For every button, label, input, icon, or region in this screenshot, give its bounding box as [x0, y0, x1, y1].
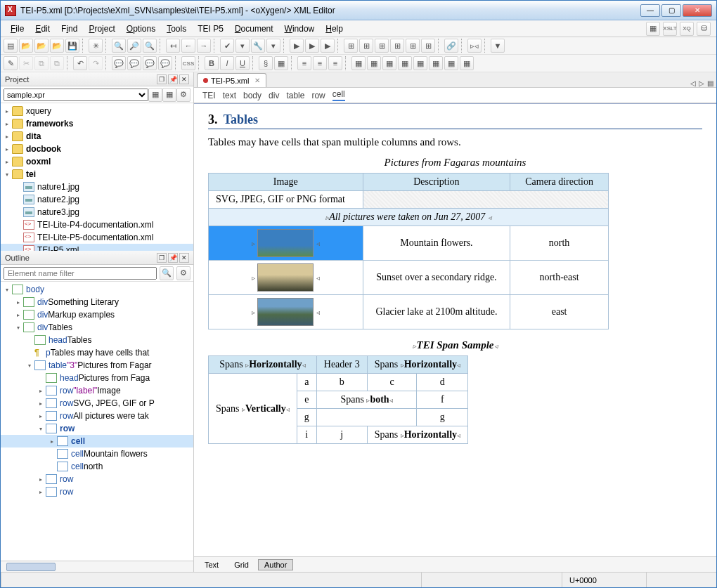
cell-g1[interactable]: g [297, 409, 316, 426]
refresh-icon[interactable]: ⊞ [421, 39, 435, 53]
project-item[interactable]: TEI-Lite-P4-documentation.xml [1, 218, 193, 231]
maximize-button[interactable]: ▢ [661, 4, 681, 17]
project-item[interactable]: nature2.jpg [1, 193, 193, 206]
new-file-icon[interactable]: ▤ [4, 39, 18, 53]
table-row[interactable]: ▹ ◃Mountain flowers.north [209, 226, 609, 261]
outline-item[interactable]: head Tables [1, 334, 193, 346]
outline-item[interactable]: ▸row [1, 485, 193, 498]
cell-desc[interactable]: Sunset over a secondary ridge. [363, 261, 510, 295]
outline-close-icon[interactable]: ✕ [179, 253, 189, 263]
comment-icon[interactable]: 💬 [112, 56, 126, 70]
table-props-icon[interactable]: ▦ [460, 56, 474, 70]
th-dir[interactable]: Camera direction [510, 174, 609, 191]
xslt-icon[interactable]: XSLT [663, 22, 677, 36]
validate-menu-icon[interactable]: ▾ [235, 39, 250, 53]
outline-item[interactable]: cell Mountain flowers [1, 447, 193, 460]
comment4-icon[interactable]: 💬 [158, 56, 172, 70]
cell-f[interactable]: f [417, 391, 468, 409]
cell-d[interactable]: d [417, 374, 468, 391]
table-row[interactable]: ▹ ◃Sunset over a secondary ridge.north-e… [209, 261, 609, 295]
cell-e[interactable]: e [297, 391, 316, 409]
cell-dir[interactable]: east [510, 295, 609, 329]
tree-icon-2[interactable]: ⊞ [375, 39, 389, 53]
th-desc[interactable]: Description [363, 174, 510, 191]
copy-icon[interactable]: ⧉ [34, 56, 49, 70]
debug-icon[interactable]: ▶ [305, 39, 319, 53]
menu-teip5[interactable]: TEI P5 [193, 22, 228, 35]
tab-next-icon[interactable]: ▷ [699, 79, 704, 87]
xq-icon[interactable]: XQ [680, 22, 694, 36]
css-icon[interactable]: CSS [181, 56, 195, 70]
cell-note[interactable]: ▹All pictures were taken on Jun 27, 2007… [209, 209, 609, 226]
paste-icon[interactable]: ⧉ [50, 56, 64, 70]
open-recent-icon[interactable]: 📂 [50, 39, 64, 53]
menu-document[interactable]: Document [231, 22, 278, 35]
panel-close-icon[interactable]: ✕ [179, 74, 189, 84]
outline-pin-icon[interactable]: 📌 [168, 253, 178, 263]
cell-span-both[interactable]: Spans ▹both◃ [316, 391, 417, 409]
save-icon[interactable]: 💾 [65, 39, 79, 53]
find-all-icon[interactable]: 🔍 [143, 39, 157, 53]
table-delcol-icon[interactable]: ▦ [413, 56, 427, 70]
project-tree[interactable]: ▸xquery▸frameworks▸dita▸docbook▸ooxml▾te… [1, 103, 193, 251]
cell-format[interactable]: SVG, JPEG, GIF or PNG format [209, 191, 363, 209]
breadcrumb-item[interactable]: TEI [202, 91, 216, 100]
th-span-h1[interactable]: Spans ▹Horizontally◃ [209, 356, 317, 374]
cell-dir[interactable]: north-east [510, 261, 609, 295]
transform-icon[interactable]: ▶ [290, 39, 304, 53]
project-item[interactable]: nature3.jpg [1, 206, 193, 218]
table-col-icon[interactable]: ▦ [398, 56, 412, 70]
section-paragraph[interactable]: Tables may have cells that span multiple… [208, 136, 702, 148]
th-header3[interactable]: Header 3 [316, 356, 367, 374]
project-item[interactable]: ▸docbook [1, 143, 193, 155]
outline-filter-input[interactable] [4, 267, 157, 280]
menu-project[interactable]: Project [84, 22, 119, 35]
project-btn2-icon[interactable]: ▦ [162, 88, 176, 102]
outline-item[interactable]: ▾row [1, 422, 193, 435]
cell-dir[interactable]: north [510, 226, 609, 261]
project-item[interactable]: ▾tei [1, 168, 193, 181]
xpath-icon[interactable]: ⊞ [344, 39, 358, 53]
breadcrumb-item[interactable]: table [286, 91, 304, 100]
undo-icon[interactable]: ↶ [73, 56, 87, 70]
list-item-icon[interactable]: ≡ [328, 56, 342, 70]
outline-item[interactable]: ▾table "3" Pictures from Fagar [1, 359, 193, 372]
project-selector[interactable]: sample.xpr [4, 89, 148, 101]
cell-a[interactable]: a [297, 374, 316, 391]
cell-span-v[interactable]: Spans ▹Vertically◃ [209, 374, 297, 444]
tab-close-icon[interactable]: ✕ [254, 77, 260, 84]
section-icon[interactable]: § [259, 56, 273, 70]
marker-prev-icon[interactable]: ▹◃ [467, 39, 482, 53]
search-icon[interactable]: 🔍 [112, 39, 126, 53]
perspective-icon[interactable]: ▦ [646, 22, 660, 36]
cut-icon[interactable]: ✂ [19, 56, 33, 70]
italic-icon[interactable]: I [220, 56, 234, 70]
table-delrow-icon[interactable]: ▦ [382, 56, 396, 70]
menu-tools[interactable]: Tools [162, 22, 190, 35]
list-num-icon[interactable]: ≡ [297, 56, 311, 70]
redo-icon[interactable]: ↷ [89, 56, 103, 70]
cell-b[interactable]: b [316, 374, 367, 391]
profile-icon[interactable]: ▶ [321, 39, 335, 53]
outline-item[interactable]: ▸row "label" Image [1, 384, 193, 397]
cell-i[interactable]: i [297, 426, 316, 444]
breadcrumb-item[interactable]: div [269, 91, 279, 100]
viewmode-text[interactable]: Text [198, 559, 225, 570]
cell-j[interactable]: j [316, 426, 367, 444]
outline-item[interactable]: ▸row SVG, JPEG, GIF or P [1, 397, 193, 410]
panel-restore-icon[interactable]: ❐ [157, 74, 167, 84]
cell-empty-hatched[interactable] [363, 191, 608, 209]
table-insert-icon[interactable]: ▦ [351, 56, 366, 70]
tab-prev-icon[interactable]: ◁ [690, 79, 696, 87]
tree-icon-3[interactable]: ⊞ [390, 39, 404, 53]
outline-tree[interactable]: ▾body▸div Something Literary▸div Markup … [1, 282, 193, 561]
breadcrumb-item[interactable]: row [311, 91, 325, 100]
outline-item[interactable]: cell north [1, 460, 193, 473]
minimize-button[interactable]: — [640, 4, 660, 17]
table2-caption[interactable]: ▹TEI Span Sample◃ [208, 339, 702, 351]
open-icon[interactable]: 📂 [19, 39, 33, 53]
highlight-icon[interactable]: ✎ [4, 56, 18, 70]
back-icon[interactable]: ↤ [166, 39, 180, 53]
outline-item[interactable]: ▸div Markup examples [1, 308, 193, 321]
outline-search-icon[interactable]: 🔍 [160, 266, 174, 280]
